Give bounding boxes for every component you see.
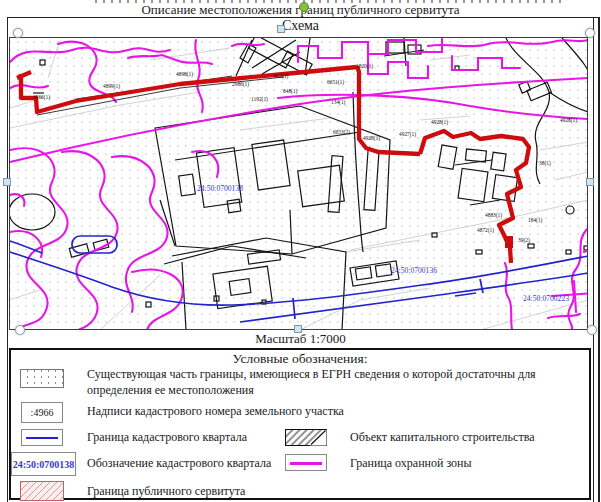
parcel-number-label: 4899(1)	[103, 83, 120, 90]
quarter-number-label: 24:50:0700223	[523, 294, 569, 303]
legend-label-protection-zone: Граница охранной зоны	[350, 456, 580, 472]
quarter-number-label: 24:50:0700138	[197, 184, 243, 193]
resize-handle-top[interactable]	[277, 25, 285, 33]
legend-quarter-number-sample: 24:50:0700138	[13, 459, 75, 470]
parcel-number-label: 848(1)	[283, 88, 298, 95]
scale-label: Масштаб 1:7000	[0, 331, 601, 347]
resize-handle-bottom-left[interactable]	[15, 325, 25, 335]
legend-box: Условные обозначения: Существующая часть…	[9, 348, 591, 500]
cadastral-map-image[interactable]: 4966(1)4899(1)4898(1)2986(1)812(1)848(1)…	[9, 37, 588, 330]
legend-symbol-existing-boundary	[20, 369, 64, 388]
rotate-handle[interactable]	[299, 2, 309, 12]
map-svg: 4966(1)4899(1)4898(1)2986(1)812(1)848(1)…	[9, 37, 588, 330]
table-border-right-inner	[593, 17, 594, 502]
table-border-right-outer	[598, 17, 600, 502]
parcel-number-label: 134(1)	[331, 99, 346, 106]
parcel-number-label: 812(1)	[274, 73, 289, 80]
parcel-number-label: 4872(1)	[477, 227, 494, 234]
resize-handle-top-left[interactable]	[13, 28, 23, 38]
scheme-caption: Схема	[0, 18, 601, 34]
parcel-number-label: 4966(1)	[33, 94, 50, 101]
parcel-number-label: 38(1)	[539, 160, 551, 167]
legend-title: Условные обозначения:	[11, 351, 589, 367]
legend-symbol-quarter-boundary	[21, 429, 63, 446]
legend-symbol-protection-zone	[285, 454, 327, 471]
legend-label-parcel-number: Надписи кадастрового номера земельного у…	[87, 404, 565, 420]
legend-symbol-capital-construction	[285, 429, 327, 446]
parcel-number-label: 6653(2)	[333, 129, 350, 136]
parcel-number-label: 4928(1)	[560, 117, 577, 124]
legend-symbol-parcel-number: :4966	[21, 402, 63, 423]
parcel-number-label: 184(1)	[528, 217, 543, 224]
parcel-number-label: 39(2)	[518, 237, 530, 244]
parcel-number-label: 6651(1)	[327, 79, 344, 86]
parcel-number-label: 1820(1)	[356, 63, 373, 70]
parcel-number-label: 2986(1)	[232, 81, 249, 88]
legend-symbol-quarter-designation: 24:50:0700138	[11, 452, 76, 476]
quarter-number-label: 24:50:0700136	[391, 266, 437, 275]
parcel-number-label: 1192(1)	[251, 96, 268, 103]
resize-handle-bottom[interactable]	[294, 325, 302, 333]
legend-label-existing-boundary: Существующая часть границы, имеющиеся в …	[87, 367, 565, 399]
resize-handle-top-right[interactable]	[585, 28, 595, 38]
parcel-number-label: 4883(1)	[485, 212, 502, 219]
resize-handle-bottom-right[interactable]	[587, 325, 597, 335]
parcel-number-label: 4927(1)	[399, 131, 416, 138]
resize-handle-right[interactable]	[586, 178, 594, 186]
table-border-top	[7, 17, 600, 18]
legend-label-public-easement: Граница публичного сервитута	[87, 484, 327, 500]
legend-symbol-public-easement	[20, 481, 64, 501]
legend-label-capital-construction: Объект капитального строительства	[350, 430, 580, 446]
parcel-number-label: 4928(1)	[431, 119, 448, 126]
resize-handle-left[interactable]	[3, 178, 11, 186]
parcel-number-label: 4928(1)	[363, 135, 380, 142]
legend-parcel-number-sample: :4966	[31, 407, 54, 418]
table-border-left	[7, 17, 8, 502]
parcel-number-label: 4898(1)	[176, 71, 193, 78]
